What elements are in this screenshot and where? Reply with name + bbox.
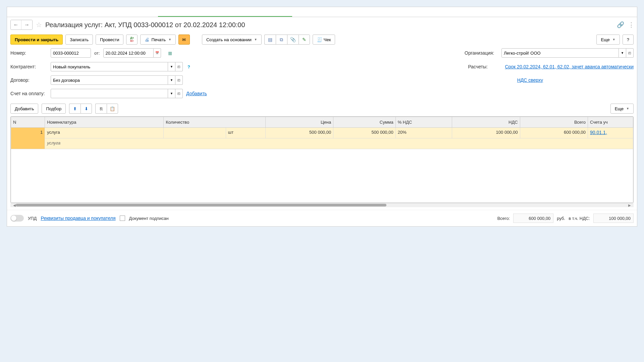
contract-label: Договор: — [10, 77, 47, 83]
calc-label: Расчеты: — [468, 64, 501, 69]
calendar-icon: 📅 — [155, 51, 159, 55]
forward-button[interactable]: → — [21, 20, 32, 29]
check-button[interactable]: 🧾Чек — [313, 35, 335, 45]
contragent-dropdown-button[interactable]: ▼ — [168, 62, 175, 71]
note-icon: ▦ — [168, 51, 172, 56]
col-accounts[interactable]: Счета уч — [588, 117, 633, 128]
cell-accounts[interactable]: 90.01.1, — [588, 128, 633, 138]
cell-nomenclature[interactable]: услуга — [45, 128, 164, 138]
calc-link[interactable]: Срок 20.02.2024, 62.01, 62.02, зачет ава… — [505, 64, 634, 69]
pick-button[interactable]: Подбор — [42, 104, 66, 114]
contragent-open-button[interactable]: ◰ — [175, 62, 183, 71]
total-label: Всего: — [497, 216, 510, 221]
col-vat-pct[interactable]: % НДС — [395, 117, 452, 128]
currency-label: руб. — [557, 216, 565, 221]
more-button[interactable]: Еще▼ — [596, 35, 620, 45]
cell-nomenclature-sub[interactable]: услуга — [45, 138, 633, 149]
report-button[interactable]: ▤ — [264, 35, 276, 45]
calendar-button[interactable]: 📅 — [154, 48, 161, 58]
cell-sum[interactable]: 500 000,00 — [333, 128, 396, 138]
contract-open-button[interactable]: ◰ — [175, 75, 183, 85]
col-qty[interactable]: Количество — [164, 117, 266, 128]
org-label: Организация: — [465, 50, 498, 56]
col-nomenclature[interactable]: Номенклатура — [45, 117, 164, 128]
mail-button[interactable]: ✉ — [178, 35, 190, 45]
invoice-label: Счет на оплату: — [10, 91, 47, 96]
favorite-icon[interactable]: ☆ — [36, 21, 42, 29]
table-row-sub[interactable]: услуга — [11, 138, 633, 149]
help-icon[interactable]: ? — [187, 64, 190, 69]
col-price[interactable]: Цена — [265, 117, 333, 128]
org-field[interactable] — [501, 48, 619, 58]
link-icon[interactable]: 🔗 — [617, 21, 624, 28]
copy-icon: ⎘ — [100, 106, 103, 111]
contract-field[interactable] — [51, 75, 168, 85]
upd-label: УПД — [28, 216, 37, 221]
cell-qty[interactable] — [164, 128, 226, 138]
help-button[interactable]: ? — [623, 35, 634, 45]
table-empty-area — [11, 149, 633, 203]
signed-label: Документ подписан — [129, 216, 169, 221]
post-button[interactable]: Провести — [96, 35, 124, 45]
seller-details-link[interactable]: Реквизиты продавца и покупателя — [41, 216, 115, 221]
col-total[interactable]: Всего — [520, 117, 588, 128]
printer-icon: 🖨 — [145, 37, 149, 42]
signed-checkbox[interactable] — [120, 216, 125, 221]
cell-vat[interactable]: 100 000,00 — [452, 128, 520, 138]
total-value: 600 000,00 — [513, 214, 553, 223]
pen-icon: ✎ — [302, 37, 306, 42]
upd-toggle[interactable] — [10, 215, 24, 222]
col-n[interactable]: N — [11, 117, 45, 128]
col-sum[interactable]: Сумма — [333, 117, 396, 128]
move-up-button[interactable]: ⬆ — [69, 104, 80, 114]
org-dropdown-button[interactable]: ▼ — [619, 48, 626, 58]
add-row-button[interactable]: Добавить — [10, 104, 38, 114]
vat-mode-link[interactable]: НДС сверху — [517, 77, 543, 83]
structure-icon: ⧉ — [280, 37, 283, 43]
contragent-label: Контрагент: — [10, 64, 47, 69]
cell-total[interactable]: 600 000,00 — [520, 128, 588, 138]
add-invoice-link[interactable]: Добавить — [186, 91, 207, 96]
envelope-icon: ✉ — [182, 37, 186, 42]
paperclip-icon: 📎 — [290, 37, 296, 42]
scroll-thumb[interactable] — [16, 204, 386, 206]
attach-button[interactable]: 📎 — [287, 35, 299, 45]
cell-unit[interactable]: шт — [226, 128, 265, 138]
number-field[interactable] — [51, 48, 91, 58]
horizontal-scrollbar[interactable]: ◀ ▶ — [10, 203, 634, 207]
number-label: Номер: — [10, 50, 47, 56]
col-vat[interactable]: НДС — [452, 117, 520, 128]
invoice-dropdown-button[interactable]: ▼ — [168, 89, 175, 98]
kebab-menu-icon[interactable]: ⋮ — [628, 21, 634, 28]
back-button[interactable]: ← — [11, 20, 21, 29]
print-button[interactable]: 🖨Печать▼ — [140, 35, 176, 45]
move-down-button[interactable]: ⬇ — [80, 104, 92, 114]
tab-strip — [7, 7, 637, 17]
paste-button[interactable]: 📋 — [107, 104, 118, 114]
arrow-up-icon: ⬆ — [73, 106, 77, 111]
table-more-button[interactable]: Еще▼ — [610, 104, 634, 114]
vat-footer-value: 100 000,00 — [593, 214, 634, 223]
invoice-field[interactable] — [51, 89, 168, 98]
page-title: Реализация услуг: Акт, УПД 0033-000012 о… — [45, 21, 245, 29]
contragent-field[interactable] — [51, 62, 168, 71]
org-open-button[interactable]: ◰ — [626, 48, 634, 58]
cell-n[interactable]: 1 — [11, 128, 45, 149]
dtkt-button[interactable]: ДтКт — [126, 35, 138, 45]
save-button[interactable]: Записать — [65, 35, 93, 45]
table-row[interactable]: 1 услуга шт 500 000,00 500 000,00 20% 10… — [11, 128, 633, 138]
invoice-open-button[interactable]: ◰ — [175, 89, 183, 98]
post-and-close-button[interactable]: Провести и закрыть — [10, 35, 63, 45]
edit-button[interactable]: ✎ — [299, 35, 310, 45]
paste-icon: 📋 — [110, 106, 115, 111]
contract-dropdown-button[interactable]: ▼ — [168, 75, 175, 85]
list-icon: ▤ — [268, 37, 272, 42]
cell-vat-pct[interactable]: 20% — [395, 128, 452, 138]
create-based-on-button[interactable]: Создать на основании▼ — [202, 35, 262, 45]
structure-button[interactable]: ⧉ — [276, 35, 287, 45]
date-extra-button[interactable]: ▦ — [164, 48, 176, 58]
cell-price[interactable]: 500 000,00 — [265, 128, 333, 138]
from-label: от: — [94, 51, 100, 56]
copy-button[interactable]: ⎘ — [95, 104, 107, 114]
date-field[interactable] — [103, 48, 154, 58]
